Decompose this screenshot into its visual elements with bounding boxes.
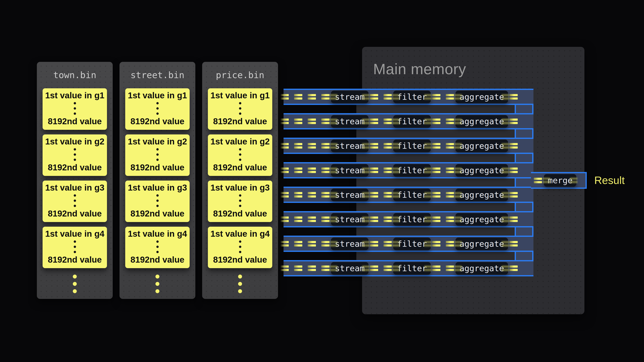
equals-icon <box>308 266 316 271</box>
ellipsis-icon <box>239 102 241 115</box>
equals-icon <box>294 192 302 198</box>
block-first-value: 1st value in g3 <box>45 183 104 193</box>
file-name: price.bin <box>202 62 278 88</box>
ellipsis-icon <box>156 194 159 207</box>
block-first-value: 1st value in g4 <box>45 229 104 239</box>
value-block-list: 1st value in g1 8192nd value 1st value i… <box>37 88 113 268</box>
equals-icon <box>432 94 440 100</box>
memory-buffer <box>356 105 516 113</box>
equals-icon <box>280 94 289 100</box>
pipeline-row-content: stream filter aggregate <box>280 114 518 128</box>
pipeline-row: stream filter aggregate <box>284 89 534 105</box>
pipeline-row: stream filter aggregate <box>284 113 534 129</box>
diagram-canvas: Main memory town.bin 1st value in g1 819… <box>0 0 644 362</box>
equals-icon <box>294 217 302 222</box>
pipeline-row-content: stream filter aggregate <box>280 188 518 202</box>
equals-icon <box>446 241 454 247</box>
stream-chip: stream <box>331 91 368 103</box>
equals-icon <box>321 167 330 173</box>
filter-chip: filter <box>393 238 431 250</box>
equals-icon <box>308 241 316 247</box>
equals-icon <box>280 143 289 149</box>
aggregate-chip: aggregate <box>456 91 508 103</box>
equals-icon <box>432 217 440 222</box>
equals-icon <box>280 192 289 198</box>
equals-icon <box>432 143 440 149</box>
filter-chip: filter <box>393 262 431 275</box>
filter-chip: filter <box>393 213 431 226</box>
equals-icon <box>432 192 440 198</box>
block-last-value: 8192nd value <box>213 116 267 126</box>
pipeline-row: stream filter aggregate <box>284 138 534 154</box>
aggregate-chip: aggregate <box>456 238 508 250</box>
aggregate-chip: aggregate <box>456 213 508 226</box>
equals-icon <box>446 266 454 271</box>
aggregate-chip: aggregate <box>456 164 508 177</box>
block-last-value: 8192nd value <box>213 162 267 172</box>
ellipsis-icon <box>74 102 76 115</box>
equals-icon <box>510 266 518 271</box>
pipeline-row: stream filter aggregate <box>284 162 534 178</box>
equals-icon <box>510 217 518 222</box>
block-last-value: 8192nd value <box>213 255 267 265</box>
equals-icon <box>510 94 518 100</box>
block-last-value: 8192nd value <box>130 209 184 218</box>
equals-icon <box>294 241 302 247</box>
value-block-list: 1st value in g1 8192nd value 1st value i… <box>120 88 195 268</box>
memory-buffer <box>356 154 516 162</box>
block-first-value: 1st value in g3 <box>210 183 270 193</box>
stream-chip: stream <box>331 238 368 250</box>
memory-buffer <box>356 178 516 187</box>
block-first-value: 1st value in g1 <box>210 90 270 100</box>
file-column: street.bin 1st value in g1 8192nd value … <box>120 62 195 299</box>
filter-chip: filter <box>393 164 431 177</box>
equals-icon <box>308 192 316 198</box>
aggregate-chip: aggregate <box>456 140 508 152</box>
pipeline-row: stream filter aggregate <box>284 260 534 276</box>
equals-icon <box>308 118 316 124</box>
value-block: 1st value in g1 8192nd value <box>208 88 272 130</box>
equals-icon <box>446 217 454 222</box>
stream-chip: stream <box>331 115 368 128</box>
pipeline-row: stream filter aggregate <box>284 211 534 227</box>
equals-icon <box>294 118 302 124</box>
equals-icon <box>384 143 392 149</box>
equals-icon <box>370 217 378 222</box>
block-first-value: 1st value in g1 <box>45 90 104 100</box>
ellipsis-icon <box>156 240 159 253</box>
equals-icon <box>370 118 378 124</box>
equals-icon <box>308 143 316 149</box>
value-block: 1st value in g2 8192nd value <box>208 134 272 176</box>
merge-band: merge <box>531 172 587 189</box>
equals-icon <box>280 118 289 124</box>
equals-icon <box>446 167 454 173</box>
equals-icon <box>294 167 302 173</box>
equals-icon <box>384 192 392 198</box>
equals-icon <box>510 143 518 149</box>
equals-icon <box>446 94 454 100</box>
block-last-value: 8192nd value <box>48 162 102 172</box>
equals-icon <box>446 143 454 149</box>
block-last-value: 8192nd value <box>48 116 102 126</box>
equals-icon <box>432 266 440 271</box>
equals-icon <box>432 118 440 124</box>
equals-icon <box>280 266 289 271</box>
result-label: Result <box>594 174 625 187</box>
equals-icon <box>384 266 392 271</box>
equals-icon <box>308 167 316 173</box>
filter-chip: filter <box>393 189 431 201</box>
ellipsis-icon <box>37 275 113 293</box>
pipeline-row-content: stream filter aggregate <box>280 237 518 251</box>
pipeline-row-content: stream filter aggregate <box>280 90 518 104</box>
block-last-value: 8192nd value <box>213 209 267 218</box>
block-last-value: 8192nd value <box>48 255 102 265</box>
equals-icon <box>308 217 316 222</box>
equals-icon <box>432 241 440 247</box>
value-block: 1st value in g3 8192nd value <box>208 181 272 222</box>
equals-icon <box>321 217 330 222</box>
filter-chip: filter <box>393 115 431 128</box>
memory-buffer <box>356 252 516 260</box>
equals-icon <box>510 118 518 124</box>
equals-icon <box>370 192 378 198</box>
ellipsis-icon <box>74 194 76 207</box>
